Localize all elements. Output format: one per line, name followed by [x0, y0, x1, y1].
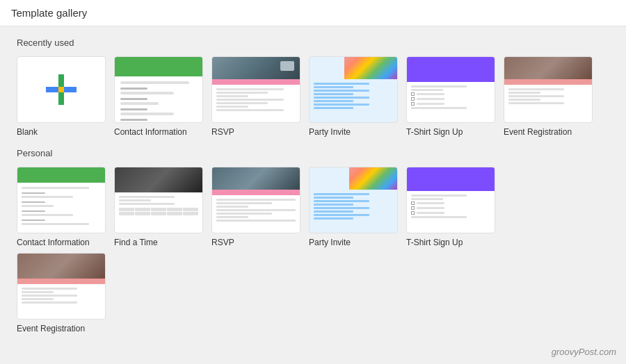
template-rsvp2-thumb[interactable] — [211, 167, 300, 233]
template-tshirt2-label: T-Shirt Sign Up — [406, 238, 463, 247]
google-plus-icon — [46, 74, 77, 105]
template-tshirt2-thumb[interactable] — [406, 167, 495, 233]
template-blank-label: Blank — [17, 127, 38, 137]
template-rsvp2-label: RSVP — [211, 238, 234, 247]
svg-rect-2 — [58, 87, 64, 92]
template-tshirt-signup-2[interactable]: T-Shirt Sign Up — [406, 167, 495, 247]
template-party-invite-label: Party Invite — [309, 127, 351, 137]
template-event-registration[interactable]: Event Registration — [504, 56, 593, 137]
template-contact2-label: Contact Information — [17, 238, 90, 247]
template-contact-thumb[interactable] — [114, 56, 203, 123]
contact-body — [115, 76, 202, 123]
template-party-thumb[interactable] — [309, 56, 398, 123]
template-tshirt-signup[interactable]: T-Shirt Sign Up — [406, 56, 495, 137]
recently-used-label: Recently used — [17, 38, 609, 48]
template-party2-thumb[interactable] — [309, 167, 398, 233]
content: Recently used Blank — [0, 26, 626, 350]
template-event2-label: Event Registration — [17, 324, 85, 333]
personal-row: Contact Information — [17, 167, 609, 247]
personal-label: Personal — [17, 148, 609, 158]
template-blank-thumb[interactable] — [17, 56, 106, 123]
template-party-invite[interactable]: Party Invite — [309, 56, 398, 137]
template-tshirt-label: T-Shirt Sign Up — [406, 127, 463, 137]
template-rsvp-2[interactable]: RSVP — [211, 167, 300, 247]
template-findatime-label: Find a Time — [114, 238, 158, 247]
template-findatime-thumb[interactable] — [114, 167, 203, 233]
recently-used-row: Blank — [17, 56, 609, 137]
template-contact-info-2[interactable]: Contact Information — [17, 167, 106, 247]
template-contact-info-label: Contact Information — [114, 127, 187, 137]
template-rsvp-thumb[interactable] — [211, 56, 300, 123]
template-party-invite-2[interactable]: Party Invite — [309, 167, 398, 247]
template-party2-label: Party Invite — [309, 238, 351, 247]
template-tshirt-thumb[interactable] — [406, 56, 495, 123]
template-event-registration-2[interactable]: Event Registration — [17, 253, 106, 333]
template-event-thumb[interactable] — [504, 56, 593, 123]
personal-row-2: Event Registration — [17, 253, 609, 333]
template-contact-info[interactable]: Contact Information — [114, 56, 203, 137]
header: Template gallery — [0, 0, 626, 26]
template-rsvp[interactable]: RSVP — [211, 56, 300, 137]
template-event2-thumb[interactable] — [17, 253, 106, 320]
template-rsvp-label: RSVP — [211, 127, 234, 137]
template-blank[interactable]: Blank — [17, 56, 106, 137]
template-contact2-thumb[interactable] — [17, 167, 106, 233]
page-title: Template gallery — [11, 7, 87, 19]
template-event-label: Event Registration — [504, 127, 572, 137]
page: Template gallery Recently used Blank — [0, 0, 626, 364]
template-find-a-time[interactable]: Find a Time — [114, 167, 203, 247]
watermark: groovyPost.com — [552, 347, 616, 357]
contact-header-bar — [115, 57, 202, 76]
